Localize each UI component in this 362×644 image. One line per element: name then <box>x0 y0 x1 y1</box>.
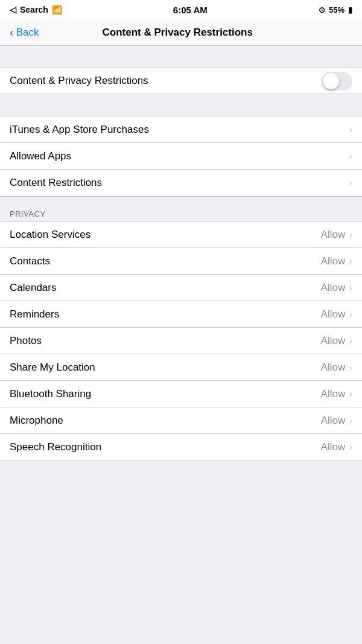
photos-value: Allow <box>321 335 346 347</box>
main-toggle[interactable] <box>322 72 352 91</box>
chevron-icon: › <box>349 335 352 347</box>
rotation-lock-icon: ⊙ <box>319 5 325 14</box>
row-right: Allow › <box>321 229 352 241</box>
share-my-location-row[interactable]: Share My Location Allow › <box>0 354 362 381</box>
chevron-icon: › <box>349 415 352 427</box>
row-label: iTunes & App Store Purchases <box>10 124 149 136</box>
bluetooth-sharing-value: Allow <box>321 388 346 400</box>
microphone-row[interactable]: Microphone Allow › <box>0 407 362 434</box>
privacy-label: PRIVACY <box>10 209 46 218</box>
page-title: Content & Privacy Restrictions <box>39 27 316 39</box>
contacts-value: Allow <box>321 255 346 267</box>
share-my-location-label: Share My Location <box>10 362 95 374</box>
mid-spacer <box>0 94 362 116</box>
list-item[interactable]: Allowed Apps › <box>0 143 362 170</box>
row-right: Allow › <box>321 362 352 374</box>
row-right: Allow › <box>321 255 352 267</box>
status-bar: ◁ Search 📶 6:05 AM ⊙ 55% ▮ <box>0 0 362 19</box>
row-right: › <box>349 177 352 189</box>
microphone-label: Microphone <box>10 415 63 427</box>
row-label: Content Restrictions <box>10 177 102 189</box>
photos-row[interactable]: Photos Allow › <box>0 328 362 354</box>
main-toggle-row[interactable]: Content & Privacy Restrictions <box>0 68 362 94</box>
chevron-icon: › <box>349 150 352 162</box>
battery-label: 55% <box>329 5 345 14</box>
location-services-value: Allow <box>321 229 346 241</box>
toggle-knob <box>323 73 339 89</box>
speech-recognition-row[interactable]: Speech Recognition Allow › <box>0 434 362 461</box>
contacts-label: Contacts <box>10 255 50 267</box>
status-time: 6:05 AM <box>173 5 208 15</box>
menu-section: iTunes & App Store Purchases › Allowed A… <box>0 116 362 197</box>
share-my-location-value: Allow <box>321 362 346 374</box>
bluetooth-sharing-row[interactable]: Bluetooth Sharing Allow › <box>0 381 362 407</box>
row-right: Allow › <box>321 308 352 320</box>
calendars-value: Allow <box>321 282 346 294</box>
chevron-icon: › <box>349 177 352 189</box>
chevron-icon: › <box>349 441 352 453</box>
row-right: Allow › <box>321 282 352 294</box>
location-services-label: Location Services <box>10 229 91 241</box>
privacy-section: Location Services Allow › Contacts Allow… <box>0 221 362 461</box>
row-right: Allow › <box>321 441 352 453</box>
reminders-row[interactable]: Reminders Allow › <box>0 301 362 328</box>
status-left: ◁ Search 📶 <box>10 5 62 14</box>
reminders-value: Allow <box>321 308 346 320</box>
nav-bar: ‹ Back Content & Privacy Restrictions <box>0 19 362 46</box>
speech-recognition-value: Allow <box>321 441 346 453</box>
back-chevron-icon: ‹ <box>10 26 14 38</box>
carrier-label: Search <box>20 5 48 14</box>
list-item[interactable]: iTunes & App Store Purchases › <box>0 116 362 143</box>
chevron-icon: › <box>349 124 352 136</box>
row-label: Allowed Apps <box>10 150 71 162</box>
contacts-row[interactable]: Contacts Allow › <box>0 248 362 275</box>
row-right: › <box>349 124 352 136</box>
row-right: Allow › <box>321 335 352 347</box>
main-toggle-label: Content & Privacy Restrictions <box>10 75 148 87</box>
top-spacer <box>0 46 362 68</box>
battery-icon: ▮ <box>348 5 352 14</box>
chevron-icon: › <box>349 308 352 320</box>
calendars-label: Calendars <box>10 282 57 294</box>
row-right: Allow › <box>321 415 352 427</box>
bluetooth-sharing-label: Bluetooth Sharing <box>10 388 91 400</box>
calendars-row[interactable]: Calendars Allow › <box>0 275 362 301</box>
photos-label: Photos <box>10 335 42 347</box>
back-arrow-icon: ◁ <box>10 5 16 14</box>
chevron-icon: › <box>349 388 352 400</box>
list-item[interactable]: Content Restrictions › <box>0 170 362 196</box>
reminders-label: Reminders <box>10 308 59 320</box>
row-right: › <box>349 150 352 162</box>
back-label: Back <box>16 27 39 39</box>
location-services-row[interactable]: Location Services Allow › <box>0 222 362 248</box>
speech-recognition-label: Speech Recognition <box>10 441 101 453</box>
wifi-icon: 📶 <box>52 5 62 14</box>
status-right: ⊙ 55% ▮ <box>319 5 352 14</box>
microphone-value: Allow <box>321 415 346 427</box>
chevron-icon: › <box>349 362 352 374</box>
row-right: Allow › <box>321 388 352 400</box>
chevron-icon: › <box>349 282 352 294</box>
privacy-header: PRIVACY <box>0 197 362 221</box>
chevron-icon: › <box>349 255 352 267</box>
back-button[interactable]: ‹ Back <box>10 27 39 39</box>
chevron-icon: › <box>349 229 352 241</box>
